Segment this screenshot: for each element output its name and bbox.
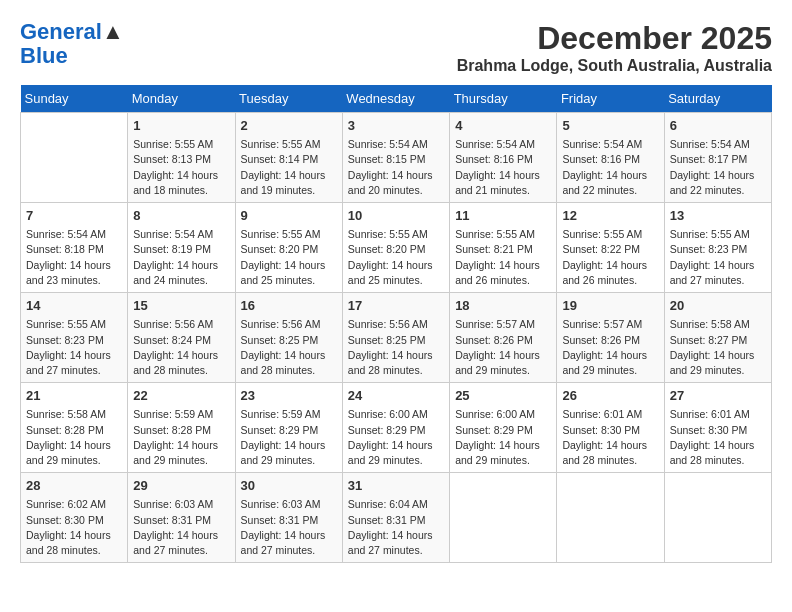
day-detail: Sunrise: 5:56 AMSunset: 8:25 PMDaylight:…: [241, 317, 337, 378]
weekday-header-sunday: Sunday: [21, 85, 128, 113]
day-cell: 7Sunrise: 5:54 AMSunset: 8:18 PMDaylight…: [21, 203, 128, 293]
day-cell: 10Sunrise: 5:55 AMSunset: 8:20 PMDayligh…: [342, 203, 449, 293]
day-cell: 23Sunrise: 5:59 AMSunset: 8:29 PMDayligh…: [235, 383, 342, 473]
page-header: General▲Blue December 2025 Brahma Lodge,…: [20, 20, 772, 75]
day-number: 6: [670, 117, 766, 135]
day-cell: 18Sunrise: 5:57 AMSunset: 8:26 PMDayligh…: [450, 293, 557, 383]
day-cell: 14Sunrise: 5:55 AMSunset: 8:23 PMDayligh…: [21, 293, 128, 383]
day-number: 1: [133, 117, 229, 135]
day-detail: Sunrise: 5:54 AMSunset: 8:19 PMDaylight:…: [133, 227, 229, 288]
day-cell: 30Sunrise: 6:03 AMSunset: 8:31 PMDayligh…: [235, 473, 342, 563]
day-cell: 22Sunrise: 5:59 AMSunset: 8:28 PMDayligh…: [128, 383, 235, 473]
day-detail: Sunrise: 5:57 AMSunset: 8:26 PMDaylight:…: [562, 317, 658, 378]
day-number: 2: [241, 117, 337, 135]
day-cell: 5Sunrise: 5:54 AMSunset: 8:16 PMDaylight…: [557, 113, 664, 203]
day-detail: Sunrise: 5:56 AMSunset: 8:25 PMDaylight:…: [348, 317, 444, 378]
day-cell: [557, 473, 664, 563]
day-number: 3: [348, 117, 444, 135]
day-cell: 9Sunrise: 5:55 AMSunset: 8:20 PMDaylight…: [235, 203, 342, 293]
day-number: 31: [348, 477, 444, 495]
weekday-header-monday: Monday: [128, 85, 235, 113]
day-number: 8: [133, 207, 229, 225]
day-detail: Sunrise: 5:58 AMSunset: 8:28 PMDaylight:…: [26, 407, 122, 468]
day-number: 21: [26, 387, 122, 405]
day-detail: Sunrise: 5:54 AMSunset: 8:18 PMDaylight:…: [26, 227, 122, 288]
day-number: 17: [348, 297, 444, 315]
title-section: December 2025 Brahma Lodge, South Austra…: [457, 20, 772, 75]
day-cell: 12Sunrise: 5:55 AMSunset: 8:22 PMDayligh…: [557, 203, 664, 293]
day-number: 7: [26, 207, 122, 225]
day-detail: Sunrise: 6:01 AMSunset: 8:30 PMDaylight:…: [670, 407, 766, 468]
calendar-table: SundayMondayTuesdayWednesdayThursdayFrid…: [20, 85, 772, 563]
day-cell: [21, 113, 128, 203]
week-row-3: 14Sunrise: 5:55 AMSunset: 8:23 PMDayligh…: [21, 293, 772, 383]
day-detail: Sunrise: 5:55 AMSunset: 8:22 PMDaylight:…: [562, 227, 658, 288]
weekday-header-saturday: Saturday: [664, 85, 771, 113]
day-number: 24: [348, 387, 444, 405]
day-number: 27: [670, 387, 766, 405]
day-number: 11: [455, 207, 551, 225]
logo: General▲Blue: [20, 20, 124, 68]
location-title: Brahma Lodge, South Australia, Australia: [457, 57, 772, 75]
week-row-2: 7Sunrise: 5:54 AMSunset: 8:18 PMDaylight…: [21, 203, 772, 293]
day-cell: 15Sunrise: 5:56 AMSunset: 8:24 PMDayligh…: [128, 293, 235, 383]
day-cell: 27Sunrise: 6:01 AMSunset: 8:30 PMDayligh…: [664, 383, 771, 473]
week-row-1: 1Sunrise: 5:55 AMSunset: 8:13 PMDaylight…: [21, 113, 772, 203]
day-detail: Sunrise: 5:56 AMSunset: 8:24 PMDaylight:…: [133, 317, 229, 378]
day-cell: [450, 473, 557, 563]
day-detail: Sunrise: 5:55 AMSunset: 8:20 PMDaylight:…: [348, 227, 444, 288]
day-detail: Sunrise: 5:54 AMSunset: 8:17 PMDaylight:…: [670, 137, 766, 198]
day-cell: 16Sunrise: 5:56 AMSunset: 8:25 PMDayligh…: [235, 293, 342, 383]
day-cell: [664, 473, 771, 563]
day-number: 29: [133, 477, 229, 495]
day-number: 19: [562, 297, 658, 315]
day-cell: 1Sunrise: 5:55 AMSunset: 8:13 PMDaylight…: [128, 113, 235, 203]
day-detail: Sunrise: 5:54 AMSunset: 8:16 PMDaylight:…: [562, 137, 658, 198]
day-number: 30: [241, 477, 337, 495]
day-number: 4: [455, 117, 551, 135]
day-cell: 20Sunrise: 5:58 AMSunset: 8:27 PMDayligh…: [664, 293, 771, 383]
month-title: December 2025: [457, 20, 772, 57]
day-cell: 19Sunrise: 5:57 AMSunset: 8:26 PMDayligh…: [557, 293, 664, 383]
weekday-header-wednesday: Wednesday: [342, 85, 449, 113]
day-detail: Sunrise: 6:00 AMSunset: 8:29 PMDaylight:…: [348, 407, 444, 468]
day-detail: Sunrise: 5:55 AMSunset: 8:21 PMDaylight:…: [455, 227, 551, 288]
day-cell: 13Sunrise: 5:55 AMSunset: 8:23 PMDayligh…: [664, 203, 771, 293]
day-number: 15: [133, 297, 229, 315]
day-detail: Sunrise: 5:57 AMSunset: 8:26 PMDaylight:…: [455, 317, 551, 378]
day-detail: Sunrise: 6:03 AMSunset: 8:31 PMDaylight:…: [133, 497, 229, 558]
day-cell: 17Sunrise: 5:56 AMSunset: 8:25 PMDayligh…: [342, 293, 449, 383]
day-cell: 11Sunrise: 5:55 AMSunset: 8:21 PMDayligh…: [450, 203, 557, 293]
day-number: 16: [241, 297, 337, 315]
day-number: 5: [562, 117, 658, 135]
day-detail: Sunrise: 5:54 AMSunset: 8:15 PMDaylight:…: [348, 137, 444, 198]
day-detail: Sunrise: 5:58 AMSunset: 8:27 PMDaylight:…: [670, 317, 766, 378]
weekday-header-friday: Friday: [557, 85, 664, 113]
day-cell: 26Sunrise: 6:01 AMSunset: 8:30 PMDayligh…: [557, 383, 664, 473]
day-detail: Sunrise: 6:01 AMSunset: 8:30 PMDaylight:…: [562, 407, 658, 468]
day-detail: Sunrise: 5:55 AMSunset: 8:20 PMDaylight:…: [241, 227, 337, 288]
day-cell: 6Sunrise: 5:54 AMSunset: 8:17 PMDaylight…: [664, 113, 771, 203]
day-cell: 31Sunrise: 6:04 AMSunset: 8:31 PMDayligh…: [342, 473, 449, 563]
day-cell: 24Sunrise: 6:00 AMSunset: 8:29 PMDayligh…: [342, 383, 449, 473]
day-detail: Sunrise: 6:00 AMSunset: 8:29 PMDaylight:…: [455, 407, 551, 468]
logo-text: General▲Blue: [20, 20, 124, 68]
day-cell: 2Sunrise: 5:55 AMSunset: 8:14 PMDaylight…: [235, 113, 342, 203]
day-detail: Sunrise: 6:02 AMSunset: 8:30 PMDaylight:…: [26, 497, 122, 558]
day-number: 25: [455, 387, 551, 405]
day-cell: 3Sunrise: 5:54 AMSunset: 8:15 PMDaylight…: [342, 113, 449, 203]
weekday-header-tuesday: Tuesday: [235, 85, 342, 113]
day-detail: Sunrise: 6:03 AMSunset: 8:31 PMDaylight:…: [241, 497, 337, 558]
day-number: 14: [26, 297, 122, 315]
day-cell: 8Sunrise: 5:54 AMSunset: 8:19 PMDaylight…: [128, 203, 235, 293]
day-cell: 29Sunrise: 6:03 AMSunset: 8:31 PMDayligh…: [128, 473, 235, 563]
day-detail: Sunrise: 6:04 AMSunset: 8:31 PMDaylight:…: [348, 497, 444, 558]
day-cell: 21Sunrise: 5:58 AMSunset: 8:28 PMDayligh…: [21, 383, 128, 473]
day-number: 20: [670, 297, 766, 315]
day-number: 22: [133, 387, 229, 405]
weekday-header-row: SundayMondayTuesdayWednesdayThursdayFrid…: [21, 85, 772, 113]
day-number: 28: [26, 477, 122, 495]
day-number: 12: [562, 207, 658, 225]
day-detail: Sunrise: 5:55 AMSunset: 8:23 PMDaylight:…: [26, 317, 122, 378]
day-detail: Sunrise: 5:59 AMSunset: 8:28 PMDaylight:…: [133, 407, 229, 468]
